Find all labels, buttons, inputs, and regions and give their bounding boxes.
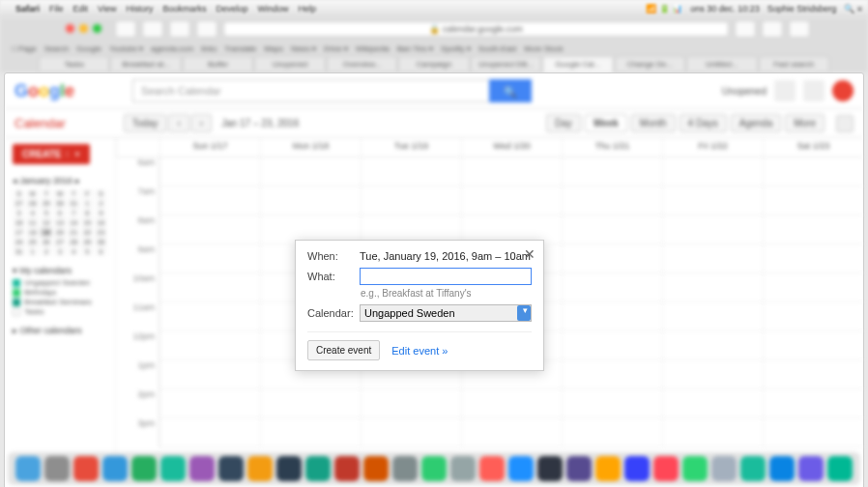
view-4days-button[interactable]: 4 Days — [680, 114, 727, 132]
dock-app-icon[interactable] — [392, 456, 418, 481]
minimize-window-icon[interactable] — [79, 24, 88, 33]
reader-button[interactable] — [735, 20, 756, 38]
bookmark-item[interactable]: agenda.com — [151, 44, 193, 53]
menubar-item[interactable]: Window — [257, 4, 288, 14]
bookmark-item[interactable]: Translate — [224, 44, 256, 53]
browser-tab[interactable]: Fast search — [759, 56, 829, 72]
what-input[interactable] — [360, 268, 532, 285]
bookmark-item[interactable]: □ Page — [12, 44, 37, 53]
avatar[interactable] — [832, 80, 854, 101]
next-week-button[interactable]: › — [191, 114, 212, 132]
bookmark-item[interactable]: South-East — [478, 44, 517, 53]
bookmark-item[interactable]: Spotify ▾ — [441, 44, 471, 53]
view-week-button[interactable]: Week — [585, 114, 627, 132]
dock-app-icon[interactable] — [740, 456, 766, 481]
dock-app-icon[interactable] — [450, 456, 476, 481]
dock-app-icon[interactable] — [218, 456, 244, 481]
dock-app-icon[interactable] — [624, 456, 650, 481]
google-logo[interactable]: Google — [14, 81, 74, 101]
view-month-button[interactable]: Month — [631, 114, 676, 132]
mini-month-picker[interactable]: SMTWTFS 272829303112 3456789 10111213141… — [13, 189, 107, 256]
back-button[interactable] — [115, 20, 136, 38]
calendar-select[interactable]: Ungapped Sweden — [360, 304, 532, 322]
bookmark-item[interactable]: Maps — [264, 44, 283, 53]
dock-app-icon[interactable] — [247, 456, 273, 481]
share-button[interactable] — [169, 20, 190, 38]
dock-app-icon[interactable] — [15, 456, 41, 481]
search-button[interactable] — [489, 79, 532, 102]
close-popup-button[interactable]: ✕ — [524, 246, 535, 262]
dock-app-icon[interactable] — [421, 456, 447, 481]
dock-app-icon[interactable] — [131, 456, 157, 481]
dock-app-icon[interactable] — [305, 456, 331, 481]
dock-app-icon[interactable] — [595, 456, 621, 481]
create-event-button[interactable]: Create event — [307, 340, 380, 360]
browser-tab[interactable]: Unopened DB... — [471, 56, 541, 72]
maximize-window-icon[interactable] — [93, 24, 101, 33]
browser-tab[interactable]: Buffer — [183, 56, 253, 72]
settings-gear-icon[interactable] — [836, 115, 854, 132]
browser-tab[interactable]: Breakfast at... — [110, 56, 181, 72]
chevron-down-icon[interactable]: ▼ — [67, 151, 80, 158]
dock-app-icon[interactable] — [102, 456, 128, 481]
dock-app-icon[interactable] — [44, 456, 70, 481]
prev-week-button[interactable]: ‹ — [168, 114, 188, 132]
dock-app-icon[interactable] — [798, 456, 824, 481]
bookmark-item[interactable]: Google — [76, 44, 101, 53]
calendar-list-item[interactable]: Birthdays — [13, 288, 107, 297]
view-more-button[interactable]: More — [785, 114, 825, 132]
notifications-icon[interactable] — [803, 80, 825, 101]
browser-tab[interactable]: Change De... — [615, 56, 685, 72]
browser-tab[interactable]: Campaign — [398, 56, 469, 72]
window-controls[interactable] — [58, 19, 109, 38]
dock-app-icon[interactable] — [682, 456, 708, 481]
search-input[interactable]: Search Calendar — [132, 79, 490, 102]
browser-tab[interactable]: Untitled... — [686, 56, 757, 72]
view-agenda-button[interactable]: Agenda — [731, 114, 781, 132]
browser-tab[interactable]: Tasks — [39, 56, 109, 72]
menubar-item[interactable]: File — [49, 4, 64, 14]
close-window-icon[interactable] — [66, 24, 74, 33]
address-bar[interactable]: 🔒 calendar.google.com — [223, 21, 729, 37]
create-button[interactable]: CREATE▼ — [13, 144, 90, 164]
menubar-item[interactable]: Edit — [73, 4, 89, 14]
calendar-list-item[interactable]: Breakfast Seminars — [13, 298, 107, 306]
apps-grid-icon[interactable] — [774, 80, 796, 101]
dock-app-icon[interactable] — [363, 456, 389, 481]
forward-button[interactable] — [142, 20, 163, 38]
dock-app-icon[interactable] — [711, 456, 737, 481]
edit-event-link[interactable]: Edit event » — [391, 345, 448, 357]
dock-app-icon[interactable] — [479, 456, 505, 481]
bookmark-item[interactable]: Search — [44, 44, 69, 53]
other-calendars-title[interactable]: ▸ Other calendars — [13, 326, 107, 335]
dock-app-icon[interactable] — [334, 456, 360, 481]
dock-app-icon[interactable] — [160, 456, 186, 481]
dock-app-icon[interactable] — [189, 456, 215, 481]
bookmark-item[interactable]: Drive ▾ — [324, 44, 348, 53]
dock-app-icon[interactable] — [653, 456, 679, 481]
menubar-item[interactable]: View — [98, 4, 116, 14]
menubar-item[interactable]: Develop — [216, 4, 247, 14]
today-button[interactable]: Today — [124, 114, 167, 132]
bookmark-item[interactable]: Wikipedia — [356, 44, 390, 53]
bookmark-item[interactable]: More Stock — [524, 44, 563, 53]
dock-app-icon[interactable] — [276, 456, 302, 481]
dock-app-icon[interactable] — [73, 456, 99, 481]
bookmark-item[interactable]: Ban Tins ▾ — [397, 44, 433, 53]
dock-app-icon[interactable] — [769, 456, 795, 481]
browser-tab-active[interactable]: Google Cal... — [542, 56, 613, 72]
view-day-button[interactable]: Day — [546, 114, 581, 132]
dock-app-icon[interactable] — [508, 456, 534, 481]
bookmark-item[interactable]: Youtube ▾ — [109, 44, 143, 53]
menubar-item[interactable]: Bookmarks — [162, 4, 206, 14]
calendar-list-item[interactable]: Tasks — [13, 307, 107, 316]
calendar-list-item[interactable]: Ungapped Sweden — [13, 278, 107, 287]
menubar-item[interactable]: History — [126, 4, 153, 14]
dock-app-icon[interactable] — [827, 456, 853, 481]
my-calendars-title[interactable]: ▾ My calendars — [13, 266, 107, 275]
dock-app-icon[interactable] — [566, 456, 592, 481]
bookmark-item[interactable]: News ▾ — [291, 44, 316, 53]
menubar-item[interactable]: Help — [298, 4, 316, 14]
browser-tab[interactable]: Overview... — [327, 56, 397, 72]
bookmark-item[interactable]: links — [201, 44, 217, 53]
